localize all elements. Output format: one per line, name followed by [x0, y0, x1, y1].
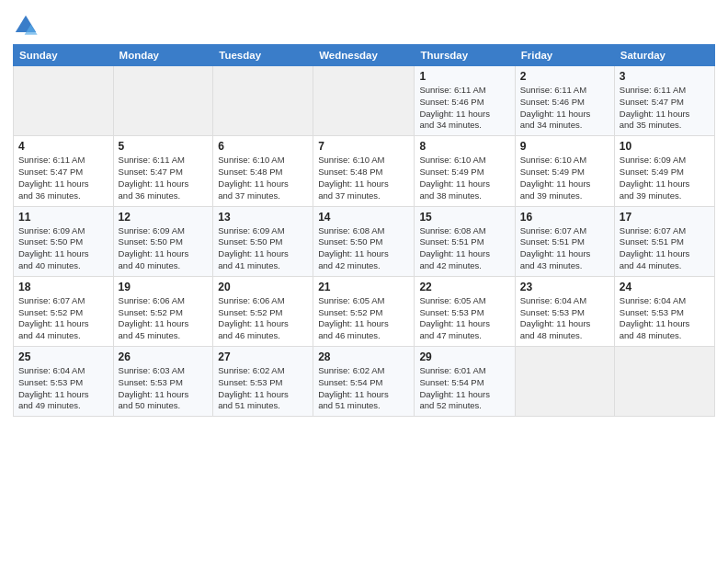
weekday-header-monday: Monday — [113, 45, 213, 66]
weekday-header-friday: Friday — [515, 45, 614, 66]
calendar-cell — [213, 66, 313, 136]
day-number: 8 — [419, 140, 509, 153]
day-number: 17 — [620, 211, 710, 224]
calendar-cell: 27Sunrise: 6:02 AMSunset: 5:53 PMDayligh… — [213, 347, 313, 417]
day-number: 25 — [18, 350, 108, 363]
day-number: 28 — [318, 350, 409, 363]
day-number: 27 — [218, 350, 308, 363]
day-number: 24 — [620, 281, 710, 293]
day-number: 10 — [620, 140, 710, 153]
day-info: Sunrise: 6:07 AMSunset: 5:52 PMDaylight:… — [18, 295, 108, 342]
day-info: Sunrise: 6:05 AMSunset: 5:53 PMDaylight:… — [419, 295, 509, 342]
day-number: 6 — [218, 140, 308, 153]
day-number: 16 — [520, 211, 609, 224]
calendar-cell: 1Sunrise: 6:11 AMSunset: 5:46 PMDaylight… — [415, 66, 515, 136]
calendar-cell: 5Sunrise: 6:11 AMSunset: 5:47 PMDaylight… — [113, 136, 213, 206]
calendar-cell: 29Sunrise: 6:01 AMSunset: 5:54 PMDayligh… — [415, 347, 515, 417]
day-number: 12 — [119, 211, 209, 224]
day-info: Sunrise: 6:09 AMSunset: 5:50 PMDaylight:… — [218, 225, 308, 272]
calendar-cell: 2Sunrise: 6:11 AMSunset: 5:46 PMDaylight… — [515, 66, 614, 136]
day-info: Sunrise: 6:10 AMSunset: 5:48 PMDaylight:… — [218, 155, 308, 201]
day-info: Sunrise: 6:10 AMSunset: 5:49 PMDaylight:… — [520, 155, 609, 201]
day-number: 23 — [520, 281, 609, 293]
calendar-cell: 10Sunrise: 6:09 AMSunset: 5:49 PMDayligh… — [614, 136, 714, 206]
calendar-cell — [113, 66, 213, 136]
calendar-cell: 26Sunrise: 6:03 AMSunset: 5:53 PMDayligh… — [113, 347, 213, 417]
calendar-cell: 17Sunrise: 6:07 AMSunset: 5:51 PMDayligh… — [614, 206, 714, 276]
weekday-header-tuesday: Tuesday — [213, 45, 313, 66]
calendar-cell: 22Sunrise: 6:05 AMSunset: 5:53 PMDayligh… — [415, 276, 515, 346]
day-info: Sunrise: 6:10 AMSunset: 5:49 PMDaylight:… — [419, 155, 509, 201]
calendar-cell: 15Sunrise: 6:08 AMSunset: 5:51 PMDayligh… — [415, 206, 515, 276]
day-number: 22 — [419, 281, 509, 293]
calendar-cell: 6Sunrise: 6:10 AMSunset: 5:48 PMDaylight… — [213, 136, 313, 206]
calendar: SundayMondayTuesdayWednesdayThursdayFrid… — [13, 44, 715, 417]
calendar-cell: 14Sunrise: 6:08 AMSunset: 5:50 PMDayligh… — [313, 206, 415, 276]
calendar-cell: 21Sunrise: 6:05 AMSunset: 5:52 PMDayligh… — [313, 276, 415, 346]
day-info: Sunrise: 6:02 AMSunset: 5:54 PMDaylight:… — [318, 365, 409, 412]
day-number: 3 — [620, 70, 710, 83]
logo — [13, 13, 42, 39]
calendar-cell: 16Sunrise: 6:07 AMSunset: 5:51 PMDayligh… — [515, 206, 614, 276]
week-row-1: 1Sunrise: 6:11 AMSunset: 5:46 PMDaylight… — [14, 66, 715, 136]
day-info: Sunrise: 6:08 AMSunset: 5:50 PMDaylight:… — [318, 225, 409, 272]
day-number: 15 — [419, 211, 509, 224]
calendar-cell: 19Sunrise: 6:06 AMSunset: 5:52 PMDayligh… — [113, 276, 213, 346]
day-info: Sunrise: 6:07 AMSunset: 5:51 PMDaylight:… — [520, 225, 609, 272]
day-info: Sunrise: 6:11 AMSunset: 5:47 PMDaylight:… — [119, 155, 209, 201]
calendar-cell: 9Sunrise: 6:10 AMSunset: 5:49 PMDaylight… — [515, 136, 614, 206]
day-info: Sunrise: 6:10 AMSunset: 5:48 PMDaylight:… — [318, 155, 409, 201]
calendar-cell: 4Sunrise: 6:11 AMSunset: 5:47 PMDaylight… — [14, 136, 114, 206]
calendar-cell: 23Sunrise: 6:04 AMSunset: 5:53 PMDayligh… — [515, 276, 614, 346]
day-info: Sunrise: 6:09 AMSunset: 5:50 PMDaylight:… — [18, 225, 108, 272]
day-info: Sunrise: 6:07 AMSunset: 5:51 PMDaylight:… — [620, 225, 710, 272]
day-info: Sunrise: 6:11 AMSunset: 5:47 PMDaylight:… — [620, 85, 710, 132]
calendar-cell: 13Sunrise: 6:09 AMSunset: 5:50 PMDayligh… — [213, 206, 313, 276]
day-number: 13 — [218, 211, 308, 224]
day-number: 5 — [119, 140, 209, 153]
calendar-cell: 25Sunrise: 6:04 AMSunset: 5:53 PMDayligh… — [14, 347, 114, 417]
day-number: 7 — [318, 140, 409, 153]
day-info: Sunrise: 6:03 AMSunset: 5:53 PMDaylight:… — [119, 365, 209, 412]
header — [13, 9, 715, 39]
day-info: Sunrise: 6:02 AMSunset: 5:53 PMDaylight:… — [218, 365, 308, 412]
calendar-cell: 24Sunrise: 6:04 AMSunset: 5:53 PMDayligh… — [614, 276, 714, 346]
calendar-cell: 3Sunrise: 6:11 AMSunset: 5:47 PMDaylight… — [614, 66, 714, 136]
day-info: Sunrise: 6:11 AMSunset: 5:46 PMDaylight:… — [419, 85, 509, 132]
week-row-2: 4Sunrise: 6:11 AMSunset: 5:47 PMDaylight… — [14, 136, 715, 206]
calendar-cell — [313, 66, 415, 136]
day-info: Sunrise: 6:11 AMSunset: 5:47 PMDaylight:… — [18, 155, 108, 201]
day-info: Sunrise: 6:09 AMSunset: 5:50 PMDaylight:… — [119, 225, 209, 272]
calendar-cell — [14, 66, 114, 136]
weekday-header-saturday: Saturday — [614, 45, 714, 66]
day-number: 2 — [520, 70, 609, 83]
day-number: 9 — [520, 140, 609, 153]
day-info: Sunrise: 6:01 AMSunset: 5:54 PMDaylight:… — [419, 365, 509, 412]
day-info: Sunrise: 6:04 AMSunset: 5:53 PMDaylight:… — [620, 295, 710, 342]
week-row-4: 18Sunrise: 6:07 AMSunset: 5:52 PMDayligh… — [14, 276, 715, 346]
calendar-cell: 7Sunrise: 6:10 AMSunset: 5:48 PMDaylight… — [313, 136, 415, 206]
day-number: 29 — [419, 350, 509, 363]
weekday-header-row: SundayMondayTuesdayWednesdayThursdayFrid… — [14, 45, 715, 66]
day-number: 14 — [318, 211, 409, 224]
weekday-header-thursday: Thursday — [415, 45, 515, 66]
day-number: 1 — [419, 70, 509, 83]
calendar-cell: 18Sunrise: 6:07 AMSunset: 5:52 PMDayligh… — [14, 276, 114, 346]
calendar-cell: 11Sunrise: 6:09 AMSunset: 5:50 PMDayligh… — [14, 206, 114, 276]
week-row-5: 25Sunrise: 6:04 AMSunset: 5:53 PMDayligh… — [14, 347, 715, 417]
page: SundayMondayTuesdayWednesdayThursdayFrid… — [0, 0, 728, 563]
day-info: Sunrise: 6:05 AMSunset: 5:52 PMDaylight:… — [318, 295, 409, 342]
day-number: 20 — [218, 281, 308, 293]
day-info: Sunrise: 6:11 AMSunset: 5:46 PMDaylight:… — [520, 85, 609, 132]
calendar-cell: 28Sunrise: 6:02 AMSunset: 5:54 PMDayligh… — [313, 347, 415, 417]
weekday-header-sunday: Sunday — [14, 45, 114, 66]
calendar-cell — [515, 347, 614, 417]
calendar-cell: 12Sunrise: 6:09 AMSunset: 5:50 PMDayligh… — [113, 206, 213, 276]
day-info: Sunrise: 6:08 AMSunset: 5:51 PMDaylight:… — [419, 225, 509, 272]
calendar-cell: 20Sunrise: 6:06 AMSunset: 5:52 PMDayligh… — [213, 276, 313, 346]
day-number: 26 — [119, 350, 209, 363]
calendar-cell — [614, 347, 714, 417]
day-info: Sunrise: 6:06 AMSunset: 5:52 PMDaylight:… — [218, 295, 308, 342]
day-number: 18 — [18, 281, 108, 293]
day-number: 21 — [318, 281, 409, 293]
